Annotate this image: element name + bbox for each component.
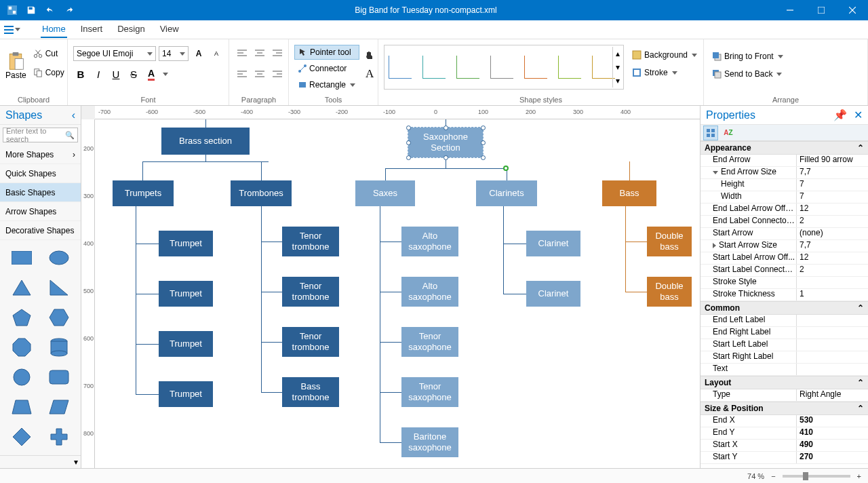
diagram-node-bass[interactable]: Bass — [602, 180, 656, 206]
shape-category[interactable]: Decorative Shapes — [0, 221, 81, 240]
diagram-node-as1[interactable]: Alto saxophone — [401, 227, 458, 256]
align-top-center-icon[interactable] — [252, 46, 267, 61]
property-row[interactable]: End Right Label — [701, 327, 868, 339]
selection-handle[interactable] — [406, 155, 411, 160]
property-row[interactable]: End ArrowFilled 90 arrow — [701, 155, 868, 167]
diagram-node-saxes[interactable]: Saxes — [355, 180, 415, 206]
selection-handle[interactable] — [443, 125, 448, 130]
selection-handle[interactable] — [406, 140, 411, 145]
shape-cylinder[interactable] — [45, 336, 75, 358]
property-row[interactable]: Start Label Arrow Off...12 — [701, 252, 868, 265]
diagram-node-tr3[interactable]: Trumpet — [159, 331, 213, 357]
shape-rectangle[interactable] — [7, 247, 37, 269]
font-family-select[interactable]: Segoe UI Emoji — [73, 46, 156, 61]
property-row[interactable]: Start Right Label — [701, 351, 868, 364]
font-color-icon[interactable]: A — [144, 66, 159, 81]
diagram-node-tb3[interactable]: Tenor trombone — [282, 327, 339, 357]
alphabetical-view-icon[interactable]: AZ — [721, 125, 736, 140]
shape-category[interactable]: Arrow Shapes — [0, 202, 81, 221]
collapse-shapes-icon[interactable]: ‹ — [72, 109, 75, 121]
property-row[interactable]: Height7 — [701, 179, 868, 191]
menu-tab-design[interactable]: Design — [116, 21, 146, 38]
diagram-node-as2[interactable]: Alto saxophone — [401, 277, 458, 307]
italic-icon[interactable]: I — [91, 66, 106, 81]
diagram-node-trumpets[interactable]: Trumpets — [113, 180, 174, 206]
selection-handle[interactable] — [481, 125, 486, 130]
diagram-node-ts2[interactable]: Tenor saxophone — [401, 377, 458, 407]
shape-style-gallery[interactable]: ▴ ▾ ▾ — [384, 45, 624, 90]
shape-parallelogram[interactable] — [45, 396, 75, 418]
shape-hexagon[interactable] — [45, 307, 75, 328]
shape-circle[interactable] — [7, 366, 37, 388]
property-section-header[interactable]: Size & Position⌃ — [701, 402, 868, 415]
redo-icon[interactable] — [61, 2, 77, 18]
property-row[interactable]: End Label Arrow Offset12 — [701, 204, 868, 216]
property-row[interactable]: End Arrow Size7,7 — [701, 167, 868, 179]
shapes-search-input[interactable]: Enter text to search🔍 — [3, 128, 78, 142]
send-to-back-button[interactable]: Send to Back — [709, 66, 786, 81]
diagram-node-sax-section[interactable]: Saxophone Section — [408, 128, 483, 157]
shape-category[interactable]: More Shapes› — [0, 145, 81, 164]
font-size-select[interactable]: 14 — [159, 46, 189, 61]
rectangle-tool-button[interactable]: Rectangle — [294, 77, 359, 92]
pan-tool-icon[interactable] — [362, 47, 377, 62]
gallery-more-icon[interactable]: ▾ — [613, 74, 622, 88]
shape-trapezoid[interactable] — [7, 396, 37, 418]
diagram-node-tb4[interactable]: Bass trombone — [282, 377, 339, 407]
align-right-icon[interactable] — [270, 66, 285, 81]
menu-tab-view[interactable]: View — [159, 21, 180, 38]
align-top-right-icon[interactable] — [270, 46, 285, 61]
diagram-node-tb1[interactable]: Tenor trombone — [282, 227, 339, 256]
property-section-header[interactable]: Layout⌃ — [701, 376, 868, 389]
grow-font-icon[interactable]: A — [191, 46, 206, 61]
menu-tab-home[interactable]: Home — [41, 21, 67, 38]
diagram-node-ts1[interactable]: Tenor saxophone — [401, 327, 458, 357]
property-row[interactable]: Start Arrow Size7,7 — [701, 240, 868, 252]
canvas-area[interactable]: -700-600-500-400-300-200-100010020030040… — [81, 106, 700, 468]
property-section-header[interactable]: Common⌃ — [701, 301, 868, 315]
app-icon[interactable] — [4, 2, 20, 18]
property-row[interactable]: End Label Connector ...2 — [701, 216, 868, 228]
selection-handle[interactable] — [443, 155, 448, 160]
property-row[interactable]: Text — [701, 364, 868, 376]
property-row[interactable]: End Left Label — [701, 315, 868, 327]
diagram-node-bs1[interactable]: Baritone saxophone — [401, 427, 458, 457]
diagram-node-cl1[interactable]: Clarinet — [526, 231, 580, 256]
copy-button[interactable]: Copy — [31, 65, 67, 80]
property-row[interactable]: TypeRight Angle — [701, 389, 868, 402]
selection-handle[interactable] — [481, 155, 486, 160]
align-left-icon[interactable] — [235, 66, 250, 81]
property-row[interactable]: Start Label Connector ...2 — [701, 265, 868, 277]
diagram-node-db2[interactable]: Double bass — [647, 277, 692, 307]
selection-handle[interactable] — [406, 125, 411, 130]
property-row[interactable]: Stroke Thickness1 — [701, 289, 868, 301]
shapes-more-icon[interactable]: ▾ — [0, 455, 81, 468]
property-row[interactable]: Width7 — [701, 191, 868, 204]
undo-icon[interactable] — [42, 2, 58, 18]
shape-cross[interactable] — [45, 426, 75, 448]
save-icon[interactable] — [23, 2, 39, 18]
shape-right-triangle[interactable] — [45, 277, 75, 298]
property-row[interactable]: Start Arrow(none) — [701, 228, 868, 240]
shape-category[interactable]: Basic Shapes — [0, 183, 81, 202]
shape-ellipse[interactable] — [45, 247, 75, 269]
pointer-tool-button[interactable]: Pointer tool — [294, 45, 359, 60]
bold-icon[interactable]: B — [73, 66, 88, 81]
diagram-node-tr1[interactable]: Trumpet — [159, 231, 213, 256]
diagram-canvas[interactable]: Brass sectionSaxophone SectionTrumpetsTr… — [95, 119, 700, 468]
zoom-slider[interactable] — [783, 475, 850, 478]
diagram-node-trombones[interactable]: Trombones — [231, 180, 292, 206]
background-button[interactable]: Background — [629, 47, 700, 62]
text-tool-icon[interactable]: A — [362, 66, 377, 81]
file-menu-icon[interactable] — [4, 25, 20, 35]
close-panel-icon[interactable]: ✕ — [854, 109, 863, 121]
stroke-button[interactable]: Stroke — [629, 65, 700, 80]
diagram-node-clarinets[interactable]: Clarinets — [476, 180, 537, 206]
property-row[interactable]: End Y410 — [701, 427, 868, 440]
bring-to-front-button[interactable]: Bring to Front — [709, 49, 786, 64]
property-row[interactable]: End X530 — [701, 415, 868, 427]
maximize-button[interactable] — [806, 0, 837, 20]
property-row[interactable]: Start X490 — [701, 440, 868, 452]
font-color-dropdown[interactable] — [163, 73, 168, 76]
shape-octagon[interactable] — [7, 336, 37, 358]
